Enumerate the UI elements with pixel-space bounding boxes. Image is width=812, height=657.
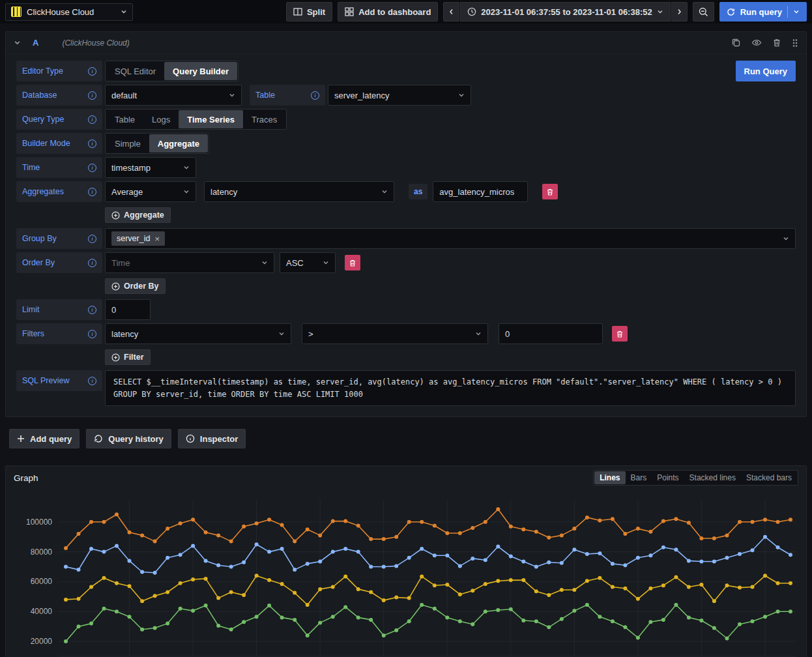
series-point[interactable] xyxy=(128,584,132,588)
order-by-field-select[interactable]: Time xyxy=(105,252,274,273)
series-point[interactable] xyxy=(420,520,424,524)
series-point[interactable] xyxy=(648,587,652,591)
series-point[interactable] xyxy=(191,544,195,548)
series-point[interactable] xyxy=(102,520,106,524)
series-point[interactable] xyxy=(420,547,424,551)
series-point[interactable] xyxy=(255,615,259,619)
series-point[interactable] xyxy=(738,622,742,626)
builder-mode-simple[interactable]: Simple xyxy=(106,134,149,153)
series-point[interactable] xyxy=(382,598,386,602)
series-point[interactable] xyxy=(725,637,729,641)
series-point[interactable] xyxy=(204,531,208,534)
viz-option-points[interactable]: Points xyxy=(652,471,684,484)
series-point[interactable] xyxy=(712,599,716,603)
series-point[interactable] xyxy=(140,570,144,574)
series-point[interactable] xyxy=(229,565,233,569)
series-point[interactable] xyxy=(547,536,551,540)
series-point[interactable] xyxy=(280,582,284,586)
series-point[interactable] xyxy=(648,553,652,557)
series-point[interactable] xyxy=(598,551,602,555)
series-point[interactable] xyxy=(242,561,246,564)
series-point[interactable] xyxy=(318,560,322,564)
query-ref-id[interactable]: A xyxy=(33,38,38,48)
series-point[interactable] xyxy=(445,553,449,557)
series-point[interactable] xyxy=(255,574,259,577)
series-point[interactable] xyxy=(293,591,297,595)
series-point[interactable] xyxy=(153,571,157,575)
series-point[interactable] xyxy=(674,603,678,607)
series-point[interactable] xyxy=(534,565,538,569)
series-point[interactable] xyxy=(179,553,182,557)
series-point[interactable] xyxy=(394,596,398,600)
series-point[interactable] xyxy=(140,628,144,632)
filter-field-select[interactable]: latency xyxy=(105,323,291,344)
hide-query-eye-icon[interactable] xyxy=(751,38,762,48)
series-point[interactable] xyxy=(725,583,729,587)
series-point[interactable] xyxy=(229,591,233,594)
series-point[interactable] xyxy=(331,615,335,619)
info-icon[interactable]: i xyxy=(311,91,319,100)
builder-mode-aggregate[interactable]: Aggregate xyxy=(149,134,208,153)
query-type-table[interactable]: Table xyxy=(106,110,143,128)
series-point[interactable] xyxy=(547,561,551,564)
series-point[interactable] xyxy=(623,532,627,536)
series-point[interactable] xyxy=(623,625,627,629)
series-point[interactable] xyxy=(394,628,398,632)
series-point[interactable] xyxy=(687,616,691,620)
series-point[interactable] xyxy=(789,581,792,585)
series-point[interactable] xyxy=(179,607,182,611)
series-point[interactable] xyxy=(293,540,297,544)
order-by-direction-select[interactable]: ASC xyxy=(280,252,336,273)
info-icon[interactable]: i xyxy=(88,115,96,124)
series-point[interactable] xyxy=(407,596,411,600)
series-point[interactable] xyxy=(585,552,589,556)
series-point[interactable] xyxy=(306,603,310,607)
add-aggregate-button[interactable]: Aggregate xyxy=(105,207,171,223)
series-point[interactable] xyxy=(636,636,640,640)
info-icon[interactable]: i xyxy=(88,164,96,172)
series-point[interactable] xyxy=(369,618,373,622)
series-point[interactable] xyxy=(484,582,487,586)
series-point[interactable] xyxy=(280,616,284,620)
series-point[interactable] xyxy=(572,609,576,613)
series-point[interactable] xyxy=(229,540,233,544)
series-point[interactable] xyxy=(382,634,386,637)
series-point[interactable] xyxy=(611,585,615,589)
series-point[interactable] xyxy=(496,545,500,549)
series-point[interactable] xyxy=(751,548,755,552)
series-point[interactable] xyxy=(204,604,208,607)
series-point[interactable] xyxy=(445,583,449,587)
series-point[interactable] xyxy=(458,531,462,535)
info-icon[interactable]: i xyxy=(88,188,96,196)
series-point[interactable] xyxy=(661,618,665,622)
series-point[interactable] xyxy=(242,620,246,624)
series-point[interactable] xyxy=(166,591,169,594)
series-point[interactable] xyxy=(585,603,589,607)
series-point[interactable] xyxy=(776,581,780,585)
series-point[interactable] xyxy=(509,578,513,582)
series-point[interactable] xyxy=(458,592,462,596)
series-point[interactable] xyxy=(306,527,310,531)
series-point[interactable] xyxy=(89,622,93,626)
series-point[interactable] xyxy=(687,585,691,589)
series-point[interactable] xyxy=(484,520,487,524)
series-point[interactable] xyxy=(64,546,68,550)
aggregate-column-select[interactable]: latency xyxy=(204,181,394,202)
series-point[interactable] xyxy=(763,535,767,539)
info-icon[interactable]: i xyxy=(88,139,96,148)
series-point[interactable] xyxy=(166,527,169,531)
series-point[interactable] xyxy=(699,619,703,622)
remove-aggregate-button[interactable] xyxy=(542,184,558,199)
series-point[interactable] xyxy=(267,518,271,521)
series-point[interactable] xyxy=(382,537,386,541)
series-point[interactable] xyxy=(712,536,716,540)
series-point[interactable] xyxy=(420,575,424,579)
series-point[interactable] xyxy=(572,588,576,592)
series-point[interactable] xyxy=(560,561,564,565)
series-point[interactable] xyxy=(560,588,564,592)
remove-order-by-button[interactable] xyxy=(345,255,360,270)
series-point[interactable] xyxy=(216,563,220,567)
series-point[interactable] xyxy=(102,607,106,611)
series-point[interactable] xyxy=(394,535,398,539)
time-back-button[interactable] xyxy=(443,2,459,22)
